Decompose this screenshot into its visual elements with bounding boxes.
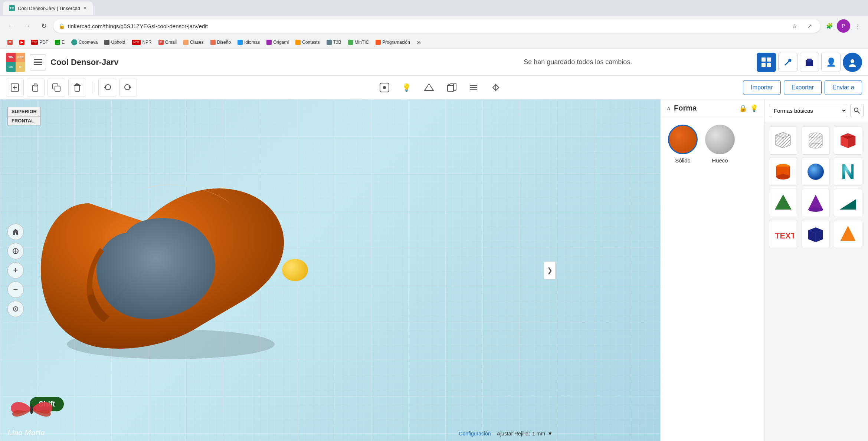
hamburger-button[interactable] bbox=[30, 54, 46, 70]
svg-marker-33 bbox=[496, 85, 499, 90]
bookmark-clases[interactable]: Clases bbox=[180, 38, 207, 46]
svg-point-54 bbox=[776, 174, 790, 180]
shape-item-box-navy[interactable] bbox=[802, 220, 830, 248]
panel-collapse-arrow[interactable]: ❯ bbox=[544, 261, 556, 279]
new-object-button[interactable] bbox=[6, 79, 24, 96]
yellow-sphere-object[interactable] bbox=[282, 259, 308, 281]
mirror-button[interactable] bbox=[488, 79, 504, 96]
shape-button[interactable] bbox=[421, 79, 437, 96]
block-button[interactable] bbox=[800, 53, 819, 72]
zoom-out-button[interactable]: − bbox=[7, 282, 24, 298]
bookmark-t3b[interactable]: T3B bbox=[324, 38, 344, 46]
bookmark-gmail[interactable]: M bbox=[4, 38, 16, 46]
tab-close-button[interactable]: ✕ bbox=[83, 6, 87, 11]
bookmark-idiomas[interactable]: Idiomas bbox=[235, 38, 263, 46]
shape-item-wedge-teal[interactable] bbox=[834, 189, 862, 217]
share-button[interactable]: ↗ bbox=[803, 20, 815, 32]
grid-view-button[interactable] bbox=[757, 53, 776, 72]
hollow-circle[interactable] bbox=[705, 125, 735, 154]
light-bulb-button[interactable]: 💡 bbox=[399, 79, 415, 96]
bookmark-mintic[interactable]: MinTIC bbox=[345, 38, 372, 46]
user-avatar-button[interactable] bbox=[843, 53, 862, 72]
view-superior[interactable]: SUPERIOR bbox=[7, 107, 41, 116]
forward-button[interactable]: → bbox=[21, 19, 34, 33]
align-button[interactable] bbox=[465, 79, 482, 96]
shape-item-cone-purple[interactable] bbox=[802, 189, 830, 217]
shape-item-box-gray[interactable] bbox=[769, 126, 797, 155]
bookmark-pdf[interactable]: PDF PDF bbox=[28, 38, 51, 46]
address-bar[interactable]: 🔒 tinkercad.com/things/g5SJ1ZYEGsl-cool-… bbox=[53, 19, 820, 33]
shapes-search-button[interactable] bbox=[850, 104, 864, 117]
shape-item-text-red[interactable]: TEXT bbox=[769, 220, 797, 248]
export-button[interactable]: Exportar bbox=[784, 80, 822, 95]
logo-block: TIN KER CA D bbox=[6, 53, 25, 72]
extensions-button[interactable]: 🧩 bbox=[823, 20, 835, 32]
bookmark-npr[interactable]: NPR NPR bbox=[129, 38, 154, 46]
shape-item-cube-red[interactable] bbox=[834, 126, 862, 155]
zoom-in-button[interactable]: + bbox=[7, 262, 24, 279]
delete-button[interactable] bbox=[68, 79, 86, 96]
duplicate-button[interactable] bbox=[48, 79, 65, 96]
bookmark-youtube[interactable]: ▶ bbox=[16, 38, 27, 46]
bookmark-uphold-label: Uphold bbox=[111, 40, 125, 45]
annotation-button[interactable] bbox=[376, 79, 393, 96]
bottom-status-bar: Configuración Ajustar Rejilla: 1 mm ▼ bbox=[459, 431, 553, 437]
bookmark-gmail2[interactable]: M Gmail bbox=[155, 38, 180, 46]
rotate-button[interactable] bbox=[7, 243, 24, 259]
menu-button[interactable]: ⋮ bbox=[852, 20, 864, 32]
profile-button[interactable]: P bbox=[837, 19, 850, 33]
home-view-button[interactable] bbox=[7, 224, 24, 240]
shape-item-n-teal[interactable] bbox=[834, 158, 862, 186]
config-link[interactable]: Configuración bbox=[459, 431, 491, 437]
forma-light-icon[interactable]: 💡 bbox=[750, 104, 758, 112]
bookmark-e[interactable]: ☰ E bbox=[52, 38, 68, 46]
solid-option[interactable]: Sólido bbox=[668, 125, 698, 164]
solid-label: Sólido bbox=[675, 157, 691, 164]
svg-rect-5 bbox=[761, 63, 766, 67]
grid-dropdown-icon[interactable]: ▼ bbox=[547, 431, 553, 437]
shape-item-cylinder-gray[interactable] bbox=[802, 126, 830, 155]
bookmark-diseno[interactable]: Diseño bbox=[207, 38, 234, 46]
view-cube[interactable]: SUPERIOR FRONTAL bbox=[7, 107, 41, 125]
forma-lock-icon[interactable]: 🔒 bbox=[739, 104, 747, 112]
tinkercad-app: TIN KER CA D Cool Densor-Jarv Se han gua… bbox=[0, 49, 868, 441]
shape-item-sphere-blue[interactable] bbox=[802, 158, 830, 186]
forma-panel: ∧ Forma 🔒 💡 Sólido Hueco bbox=[660, 99, 764, 441]
back-button[interactable]: ← bbox=[4, 19, 18, 33]
bookmark-contests[interactable]: Contests bbox=[292, 38, 322, 46]
toolbar-center: 💡 bbox=[140, 79, 740, 96]
svg-rect-3 bbox=[761, 57, 766, 62]
fit-view-button[interactable] bbox=[7, 301, 24, 317]
bracelet-3d-object[interactable] bbox=[30, 159, 312, 368]
pickaxe-button[interactable] bbox=[778, 53, 797, 72]
forma-collapse-button[interactable]: ∧ bbox=[666, 105, 671, 112]
send-button[interactable]: Enviar a bbox=[825, 80, 862, 95]
bookmark-programacion[interactable]: Programación bbox=[373, 38, 413, 46]
tinkercad-logo[interactable]: TIN KER CA D bbox=[6, 53, 25, 72]
cube-button[interactable] bbox=[443, 79, 459, 96]
shape-item-pyramid-yellow[interactable] bbox=[834, 220, 862, 248]
shape-item-cylinder-orange[interactable] bbox=[769, 158, 797, 186]
active-tab[interactable]: TC Cool Densor-Jarv | Tinkercad ✕ bbox=[3, 1, 93, 15]
redo-button[interactable] bbox=[119, 79, 137, 96]
add-person-button[interactable]: 👤 bbox=[821, 53, 841, 72]
hollow-option[interactable]: Hueco bbox=[705, 125, 735, 164]
shape-item-pyramid-green[interactable] bbox=[769, 189, 797, 217]
reload-button[interactable]: ↻ bbox=[37, 19, 50, 33]
undo-button[interactable] bbox=[98, 79, 116, 96]
app-header: TIN KER CA D Cool Densor-Jarv Se han gua… bbox=[0, 49, 868, 76]
solid-circle[interactable] bbox=[668, 125, 698, 154]
bookmark-star-button[interactable]: ☆ bbox=[789, 20, 800, 32]
bookmark-coomeva[interactable]: Coomeva bbox=[68, 38, 101, 47]
bookmark-uphold[interactable]: Uphold bbox=[101, 38, 128, 46]
bookmark-pdf-label: PDF bbox=[39, 40, 48, 45]
bookmark-origami[interactable]: Origami bbox=[263, 38, 292, 46]
view-frontal[interactable]: FRONTAL bbox=[7, 116, 41, 125]
svg-text:TEXT: TEXT bbox=[775, 231, 794, 240]
import-button[interactable]: Importar bbox=[743, 80, 781, 95]
bookmark-more[interactable]: » bbox=[414, 37, 423, 47]
shapes-category-select[interactable]: Formas básicas bbox=[769, 104, 847, 117]
paste-button[interactable] bbox=[27, 79, 45, 96]
3d-viewport[interactable]: SUPERIOR FRONTAL bbox=[0, 99, 660, 441]
logo-bl: CA bbox=[6, 62, 16, 72]
